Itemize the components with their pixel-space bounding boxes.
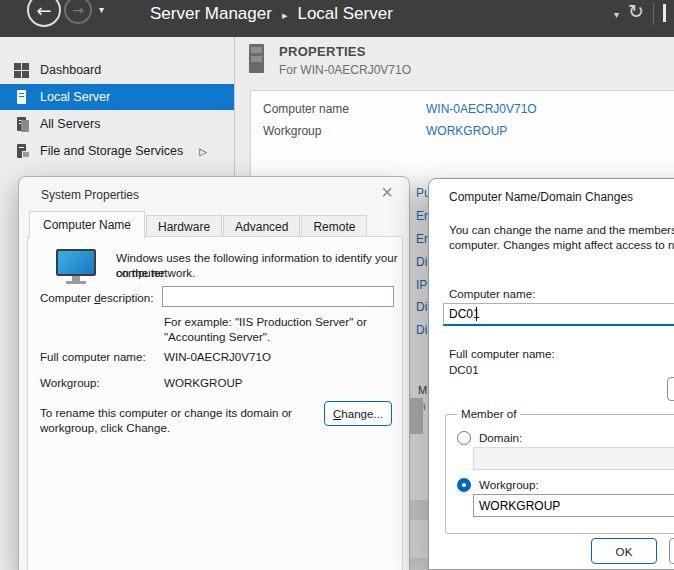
system-properties-dialog: System Properties × Computer Name Hardwa… <box>18 176 410 570</box>
servers-stack-icon <box>14 116 30 132</box>
file-storage-icon <box>14 143 30 159</box>
change-button[interactable]: Change... <box>324 401 392 426</box>
sidebar-item-label: Dashboard <box>40 63 101 77</box>
full-computer-name-value: DC01 <box>449 363 479 376</box>
domain-radio-label: Domain: <box>479 431 522 444</box>
full-computer-name-label: Full computer name: <box>40 349 146 364</box>
back-button[interactable]: ← <box>27 0 61 27</box>
rename-hint-text: To rename this computer or change its do… <box>40 405 292 420</box>
label-part: Computer <box>40 291 94 304</box>
sidebar-item-all-servers[interactable]: All Servers <box>0 111 234 137</box>
forward-button[interactable]: → <box>64 0 92 24</box>
button-label: hange... <box>341 408 383 420</box>
sidebar-item-label: All Servers <box>40 117 100 131</box>
computer-name-tab-page: Windows uses the following information t… <box>27 236 403 570</box>
nav-history-caret-icon[interactable]: ▾ <box>99 4 104 15</box>
close-icon[interactable]: × <box>375 181 399 204</box>
server-icon <box>14 89 30 105</box>
breadcrumb-root[interactable]: Server Manager <box>150 4 272 24</box>
breadcrumb: Server Manager ▸ Local Server <box>150 4 393 24</box>
clipped-value: Di <box>416 300 427 314</box>
breadcrumb-current[interactable]: Local Server <box>297 4 392 24</box>
server-manager-window: ← → ▾ Server Manager ▸ Local Server ▾ ↻ … <box>0 0 674 570</box>
sidebar-item-file-storage-services[interactable]: File and Storage Services ▷ <box>0 138 234 164</box>
domain-input[interactable] <box>473 447 674 470</box>
property-label: Computer name <box>263 102 349 116</box>
label-part: escription: <box>101 291 154 304</box>
domain-changes-dialog: Computer Name/Domain Changes You can cha… <box>428 178 674 570</box>
back-icon: ← <box>36 0 51 21</box>
workgroup-label: Workgroup: <box>40 375 100 390</box>
computer-name-label: Computer name: <box>449 287 535 300</box>
properties-title: PROPERTIES <box>279 44 366 59</box>
computer-name-input[interactable] <box>443 303 674 326</box>
sidebar-item-label: Local Server <box>40 90 110 104</box>
titlebar-actions: ▾ ↻ <box>614 0 666 37</box>
clipped-value: Di <box>416 323 427 337</box>
dialog-description: You can change the name and the membersh… <box>449 223 674 236</box>
computer-description-label: Computer description: <box>40 290 153 305</box>
tab-computer-name[interactable]: Computer Name <box>29 211 145 239</box>
clipped-value: IP <box>416 278 427 292</box>
more-button[interactable] <box>667 377 674 401</box>
forward-icon: → <box>72 2 84 18</box>
example-text: "Accounting Server". <box>164 329 270 344</box>
workgroup-radio[interactable] <box>457 478 471 492</box>
member-of-label: Member of <box>457 407 520 420</box>
full-computer-name-label: Full computer name: <box>449 347 555 360</box>
breadcrumb-separator-icon: ▸ <box>282 9 288 22</box>
intro-text: on the network. <box>116 265 195 280</box>
domain-radio[interactable] <box>457 431 471 445</box>
dialog-description: computer. Changes might affect access to… <box>449 238 674 251</box>
titlebar: ← → ▾ Server Manager ▸ Local Server ▾ ↻ <box>0 0 674 37</box>
properties-subtitle: For WIN-0AECRJ0V71O <box>279 63 411 77</box>
computer-description-input[interactable] <box>162 286 394 307</box>
clipped-text: M <box>418 384 427 396</box>
chevron-right-icon[interactable]: ▷ <box>199 146 207 157</box>
cancel-button[interactable] <box>669 538 674 564</box>
properties-server-icon <box>249 44 264 73</box>
dashboard-icon <box>14 62 30 78</box>
text-cursor <box>476 307 477 321</box>
servers-dropdown-caret-icon[interactable]: ▾ <box>614 9 619 20</box>
rename-hint-text: workgroup, click Change. <box>40 420 170 435</box>
example-text: For example: "IIS Production Server" or <box>164 314 367 329</box>
full-computer-name-value: WIN-0AECRJ0V71O <box>164 349 271 364</box>
computer-name-link[interactable]: WIN-0AECRJ0V71O <box>426 102 537 116</box>
sidebar-item-label: File and Storage Services <box>40 144 183 158</box>
sidebar-item-local-server[interactable]: Local Server <box>0 84 234 110</box>
clipped-value: Di <box>416 255 427 269</box>
notifications-flag-icon[interactable] <box>663 4 666 22</box>
background-scrollbar-thumb[interactable] <box>410 398 423 434</box>
dialog-title: System Properties <box>41 188 139 202</box>
property-label: Workgroup <box>263 124 321 138</box>
tab-strip: Computer Name Hardware Advanced Remote <box>29 211 368 239</box>
workgroup-link[interactable]: WORKGROUP <box>426 124 507 138</box>
workgroup-value: WORKGROUP <box>164 375 243 390</box>
dialog-title: Computer Name/Domain Changes <box>449 190 633 204</box>
ok-button[interactable]: OK <box>591 538 657 564</box>
workgroup-input[interactable] <box>473 494 674 517</box>
monitor-icon <box>56 249 96 284</box>
titlebar-separator <box>653 3 654 25</box>
workgroup-radio-label: Workgroup: <box>479 478 539 491</box>
refresh-icon[interactable]: ↻ <box>628 0 644 22</box>
sidebar-item-dashboard[interactable]: Dashboard <box>0 57 234 83</box>
